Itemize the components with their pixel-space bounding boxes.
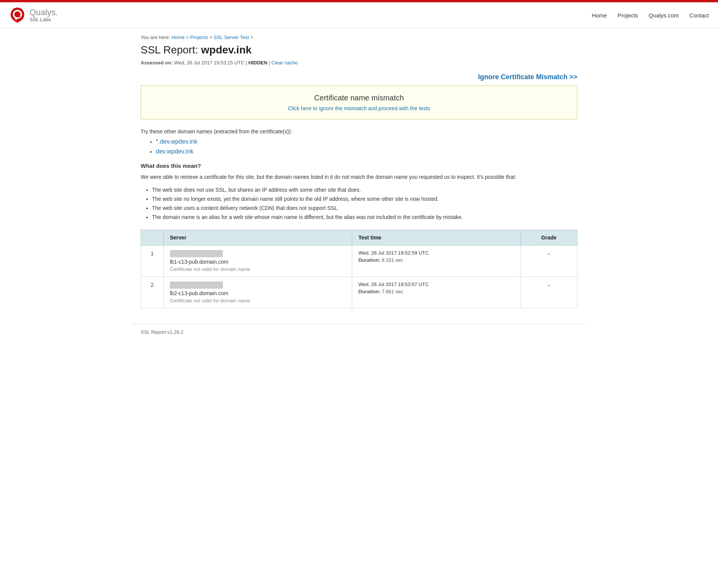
qualys-logo-icon: [9, 7, 26, 23]
table-cell-grade-2: -: [520, 277, 577, 308]
table-cell-server-2: ### ### ### ### lb2-c13-pub.domain.com C…: [164, 277, 352, 308]
ignore-mismatch-proceed-link[interactable]: Click here to ignore the mismatch and pr…: [288, 105, 430, 111]
table-cell-number: 2: [141, 277, 164, 308]
main-nav: Home Projects Qualys.com Contact: [592, 12, 709, 19]
table-row: 1 ### ### ### ### lb1-c13-pub.domain.com…: [141, 245, 577, 277]
logo-qualys-name: Qualys.: [30, 8, 58, 17]
warning-title: Certificate name mismatch: [149, 94, 569, 102]
logo-area: Qualys. SSL Labs: [9, 7, 58, 23]
assessed-on-datetime: Wed, 26 Jul 2017 19:53:15 UTC: [174, 60, 245, 66]
table-cell-grade-1: -: [520, 245, 577, 277]
cert-invalid-1: Certificate not valid for domain name: [170, 266, 346, 272]
table-header-test-time: Test time: [352, 230, 520, 245]
ip-address-blur-1: ### ### ### ###: [170, 250, 223, 257]
list-item: The web site does not use SSL, but share…: [152, 186, 577, 195]
table-header-row: Server Test time Grade: [141, 230, 577, 245]
site-footer: SSL Report v1.29.2: [132, 324, 586, 340]
domain-list: *.dev.wpdev.ink dev.wpdev.ink: [141, 138, 577, 155]
table-header-server: Server: [164, 230, 352, 245]
nav-contact[interactable]: Contact: [689, 12, 709, 19]
table-header-number: [141, 230, 164, 245]
server-table: Server Test time Grade 1 ### ### ### ###…: [141, 230, 577, 308]
ignore-mismatch-section: Ignore Certificate Mismatch >>: [141, 73, 577, 81]
test-time-2: Wed, 26 Jul 2017 19:53:07 UTC: [358, 281, 514, 287]
list-item: The web site no longer exists, yet the d…: [152, 195, 577, 204]
separator-2: |: [269, 60, 271, 66]
test-time-1: Wed, 26 Jul 2017 19:52:59 UTC: [358, 250, 514, 256]
table-cell-number: 1: [141, 245, 164, 277]
nav-qualys-com[interactable]: Qualys.com: [649, 12, 679, 19]
nav-home[interactable]: Home: [592, 12, 607, 19]
breadcrumb-label: You are here:: [141, 34, 170, 40]
what-heading: What does this mean?: [141, 163, 577, 169]
footer-text: SSL Report v1.29.2: [141, 329, 183, 335]
what-section: What does this mean? We were able to ret…: [141, 163, 577, 222]
list-item: The web site uses a content delivery net…: [152, 204, 577, 213]
logo-text: Qualys. SSL Labs: [30, 8, 58, 22]
assessed-on-section: Assessed on: Wed, 26 Jul 2017 19:53:15 U…: [141, 60, 577, 66]
domain-link-wildcard[interactable]: *.dev.wpdev.ink: [156, 138, 198, 145]
what-intro: We were able to retrieve a certificate f…: [141, 173, 577, 181]
server-name-2: lb2-c13-pub.domain.com: [170, 290, 346, 296]
server-name-1: lb1-c13-pub.domain.com: [170, 259, 346, 265]
domain-intro-text: Try these other domain names (extracted …: [141, 128, 577, 134]
breadcrumb-projects[interactable]: Projects: [190, 34, 208, 40]
breadcrumb: You are here: Home > Projects > SSL Serv…: [141, 34, 577, 40]
test-duration-2: Duration: 7.861 sec: [358, 289, 514, 294]
domain-section: Try these other domain names (extracted …: [141, 128, 577, 155]
page-title-domain: wpdev.ink: [201, 44, 251, 56]
table-cell-server-1: ### ### ### ### lb1-c13-pub.domain.com C…: [164, 245, 352, 277]
breadcrumb-ssl-server-test[interactable]: SSL Server Test: [214, 34, 249, 40]
site-header: Qualys. SSL Labs Home Projects Qualys.co…: [0, 2, 718, 28]
logo-ssllabs-name: SSL Labs: [30, 17, 58, 22]
table-cell-time-2: Wed, 26 Jul 2017 19:53:07 UTC Duration: …: [352, 277, 520, 308]
clear-cache-link[interactable]: Clear cache: [271, 60, 298, 66]
ip-address-blur-2: ### ### ### ###: [170, 281, 223, 289]
main-content: You are here: Home > Projects > SSL Serv…: [132, 28, 586, 324]
breadcrumb-home[interactable]: Home: [171, 34, 185, 40]
table-cell-time-1: Wed, 26 Jul 2017 19:52:59 UTC Duration: …: [352, 245, 520, 277]
list-item: dev.wpdev.ink: [156, 148, 577, 155]
what-bullets: The web site does not use SSL, but share…: [141, 186, 577, 222]
table-row: 2 ### ### ### ### lb2-c13-pub.domain.com…: [141, 277, 577, 308]
page-title-prefix: SSL Report:: [141, 44, 201, 56]
test-duration-1: Duration: 8.151 sec: [358, 257, 514, 263]
ignore-mismatch-link[interactable]: Ignore Certificate Mismatch >>: [478, 73, 577, 81]
nav-projects[interactable]: Projects: [618, 12, 638, 19]
list-item: *.dev.wpdev.ink: [156, 138, 577, 145]
table-header-grade: Grade: [520, 230, 577, 245]
hidden-label: HIDDEN: [248, 60, 267, 66]
page-title: SSL Report: wpdev.ink: [141, 44, 577, 56]
cert-invalid-2: Certificate not valid for domain name: [170, 298, 346, 303]
domain-link-dev[interactable]: dev.wpdev.ink: [156, 148, 193, 155]
assessed-on-label: Assessed on:: [141, 60, 173, 66]
list-item: The domain name is an alias for a web si…: [152, 213, 577, 222]
certificate-mismatch-warning: Certificate name mismatch Click here to …: [141, 86, 577, 119]
